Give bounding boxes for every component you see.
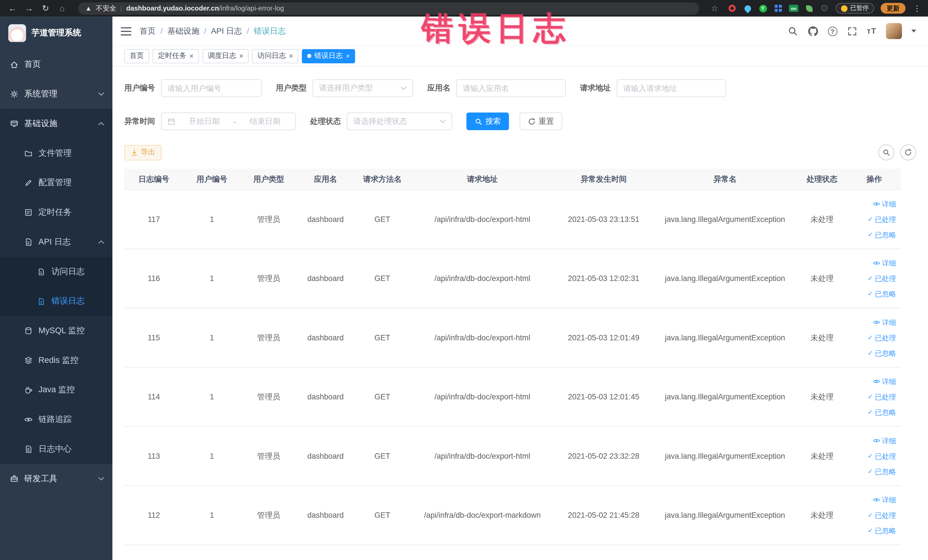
app-logo[interactable]: 芋道管理系统 <box>0 17 112 50</box>
browser-menu-icon[interactable]: ⋮ <box>912 4 922 12</box>
extension-yapi-icon[interactable]: Y <box>759 4 768 12</box>
ignored-link[interactable]: ✓已忽略 <box>867 288 896 299</box>
chevron-down-icon <box>440 119 446 123</box>
sidebar-item-config-management[interactable]: 配置管理 <box>0 168 112 198</box>
search-icon[interactable] <box>788 26 798 36</box>
detail-link[interactable]: 详细 <box>873 317 896 328</box>
sidebar-item-system-management[interactable]: 系统管理 <box>0 79 112 109</box>
extension-droplet-icon[interactable] <box>743 4 752 12</box>
reset-button[interactable]: 重置 <box>519 112 562 130</box>
tab-dispatch-log[interactable]: 调度日志× <box>203 49 249 63</box>
help-icon[interactable]: ? <box>828 26 837 36</box>
close-icon[interactable]: × <box>289 52 293 60</box>
detail-link[interactable]: 详细 <box>873 376 896 386</box>
request-url-label: 请求地址 <box>580 83 611 93</box>
forward-icon[interactable]: → <box>23 0 36 17</box>
request-url-input[interactable] <box>617 79 726 97</box>
sidebar-item-java-monitor[interactable]: Java 监控 <box>0 375 112 405</box>
tab-error-log[interactable]: 错误日志× <box>302 49 355 63</box>
exception-time-range-picker[interactable]: 开始日期 - 结束日期 <box>161 112 296 130</box>
sidebar-item-infrastructure[interactable]: 基础设施 <box>0 109 112 139</box>
app-header: 首页 / 基础设施 / API 日志 / 错误日志 ? <box>112 17 928 46</box>
dev-tools-icon <box>9 475 18 483</box>
sidebar-item-api-logs[interactable]: API 日志 <box>0 227 112 257</box>
sidebar-item-label: 系统管理 <box>24 89 57 99</box>
sidebar-item-log-center[interactable]: 日志中心 <box>0 435 112 464</box>
sidebar-item-label: 文件管理 <box>38 148 72 159</box>
filter-row-2: 异常时间 开始日期 - 结束日期 处理状态 请选择处理状态 <box>124 112 916 130</box>
address-bar[interactable]: ▲ 不安全 | dashboard.yudao.iocoder.cn/infra… <box>78 2 699 15</box>
sidebar-item-home[interactable]: 首页 <box>0 50 112 79</box>
sidebar-item-dev-tools[interactable]: 研发工具 <box>0 464 112 493</box>
process-status-select[interactable]: 请选择处理状态 <box>347 112 452 130</box>
refresh-button[interactable] <box>900 144 916 160</box>
back-icon[interactable]: ← <box>6 0 19 17</box>
sidebar-toggle-icon[interactable] <box>121 27 131 35</box>
table-row: 112 1 管理员 dashboard GET /api/infra/db-do… <box>124 486 901 545</box>
extension-grid-icon[interactable] <box>774 4 783 12</box>
breadcrumb-item[interactable]: 首页 <box>140 26 156 36</box>
detail-link[interactable]: 详细 <box>873 198 896 209</box>
chevron-up-icon <box>98 122 104 125</box>
processed-link[interactable]: ✓已处理 <box>867 214 896 224</box>
check-icon: ✓ <box>867 512 873 519</box>
tab-home[interactable]: 首页 <box>124 49 149 63</box>
toggle-search-button[interactable] <box>878 144 894 160</box>
breadcrumb-item[interactable]: 基础设施 <box>168 26 199 36</box>
sidebar-item-access-log[interactable]: 访问日志 <box>0 257 112 287</box>
breadcrumb-item[interactable]: API 日志 <box>211 26 242 36</box>
app-name-input[interactable] <box>456 79 566 97</box>
ignored-link[interactable]: ✓已忽略 <box>867 525 896 536</box>
close-icon[interactable]: × <box>239 52 243 60</box>
paused-chip[interactable]: 已暂停 <box>835 3 874 14</box>
close-icon[interactable]: × <box>346 52 350 60</box>
fullscreen-icon[interactable] <box>847 26 857 36</box>
ignored-link[interactable]: ✓已忽略 <box>867 466 896 477</box>
sidebar-item-mysql-monitor[interactable]: MySQL 监控 <box>0 316 112 346</box>
detail-link[interactable]: 详细 <box>873 494 896 505</box>
sidebar-submenu-infrastructure: 基础设施 文件管理 配置管理 <box>0 109 112 464</box>
sidebar-item-tracing[interactable]: 链路追踪 <box>0 405 112 435</box>
tab-access-log[interactable]: 访问日志× <box>252 49 298 63</box>
trace-eye-icon <box>24 415 32 424</box>
calendar-icon <box>168 117 175 125</box>
extension-on-badge[interactable]: on <box>789 4 798 12</box>
sidebar-item-scheduled-tasks[interactable]: 定时任务 <box>0 198 112 227</box>
close-icon[interactable]: × <box>189 52 194 60</box>
export-button[interactable]: 导出 <box>124 145 162 160</box>
chevron-down-icon <box>98 477 104 481</box>
extension-leaf-icon[interactable] <box>804 4 814 12</box>
user-id-input[interactable] <box>161 79 262 97</box>
extension-recorder-icon[interactable] <box>728 4 737 12</box>
processed-link[interactable]: ✓已处理 <box>867 333 896 343</box>
search-button[interactable]: 搜索 <box>466 112 509 130</box>
tab-scheduled-tasks[interactable]: 定时任务× <box>153 49 199 63</box>
font-size-icon[interactable]: тT <box>867 26 877 35</box>
ignored-link[interactable]: ✓已忽略 <box>867 348 896 358</box>
user-avatar[interactable] <box>886 23 902 39</box>
bookmark-star-icon[interactable]: ☆ <box>708 0 721 17</box>
database-icon <box>24 327 32 335</box>
processed-link[interactable]: ✓已处理 <box>867 391 896 402</box>
detail-link[interactable]: 详细 <box>873 435 896 446</box>
processed-link[interactable]: ✓已处理 <box>867 510 896 520</box>
sidebar-item-error-log[interactable]: 错误日志 <box>0 287 112 316</box>
github-icon[interactable] <box>807 26 818 36</box>
user-type-select[interactable]: 请选择用户类型 <box>312 79 413 97</box>
extension-pin-icon[interactable] <box>820 4 829 12</box>
breadcrumb: 首页 / 基础设施 / API 日志 / 错误日志 <box>140 26 286 36</box>
processed-link[interactable]: ✓已处理 <box>867 273 896 284</box>
reload-icon[interactable]: ↻ <box>39 0 52 17</box>
avatar-caret-icon[interactable] <box>911 30 916 32</box>
ignored-link[interactable]: ✓已忽略 <box>867 407 896 417</box>
update-button[interactable]: 更新 <box>881 3 905 14</box>
sidebar-item-file-management[interactable]: 文件管理 <box>0 138 112 168</box>
processed-link[interactable]: ✓已处理 <box>867 451 896 461</box>
sidebar-item-redis-monitor[interactable]: Redis 监控 <box>0 346 112 375</box>
app-shell: 芋道管理系统 首页 系统管理 基础设 <box>0 17 928 560</box>
chevron-up-icon <box>98 240 104 244</box>
detail-link[interactable]: 详细 <box>873 258 896 268</box>
sidebar-item-label: 定时任务 <box>38 207 72 218</box>
home-browser-icon[interactable]: ⌂ <box>56 0 69 17</box>
ignored-link[interactable]: ✓已忽略 <box>867 229 896 240</box>
